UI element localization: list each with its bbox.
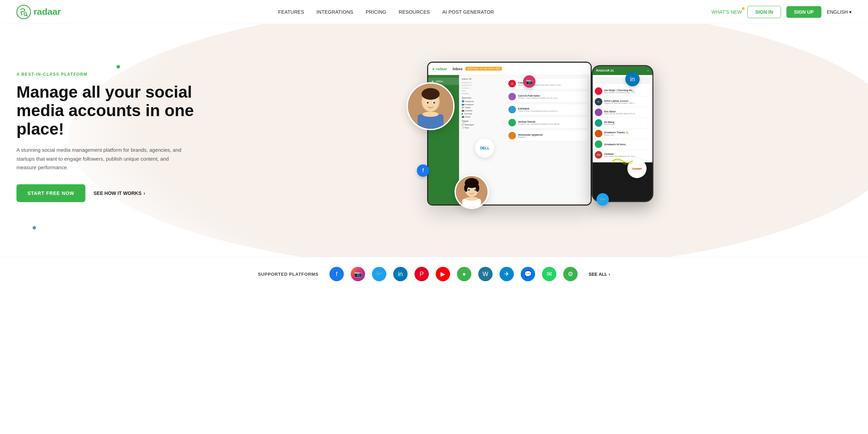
platform-whatsapp[interactable]: ✉ <box>542 267 556 281</box>
phone-chat-3: Kim Sauer TEST 20-35 SHARE MENTION R... <box>595 107 650 118</box>
svg-point-12 <box>433 102 435 104</box>
person-image-2 <box>455 175 489 209</box>
hero-content: A BEST-IN-CLASS PLATFORM Manage all your… <box>16 72 208 202</box>
phone-header: RADAAR 21 ≡ <box>593 66 652 75</box>
whats-new-link[interactable]: WHAT'S NEW <box>711 9 742 15</box>
svg-point-8 <box>422 88 440 100</box>
platforms-label: SUPPORTED PLATFORMS <box>258 272 318 277</box>
nav-right: WHAT'S NEW SIGN IN SIGN UP ENGLISH ▾ <box>711 6 852 18</box>
logo-text: radaar <box>34 7 61 17</box>
phone-chat-5: @radaario Thanks 🙏 Have a nic... <box>595 128 650 139</box>
language-selector[interactable]: ENGLISH ▾ <box>827 9 852 15</box>
start-free-button[interactable]: START FREE NOW <box>16 184 85 202</box>
platform-twitter[interactable]: 🐦 <box>372 267 386 281</box>
platform-settings[interactable]: ⚙ <box>563 267 578 281</box>
platform-instagram[interactable]: 📷 <box>351 267 365 281</box>
chevron-right-icon: › <box>608 272 610 277</box>
hero-cta: START FREE NOW SEE HOW IT WORKS › <box>16 184 208 202</box>
hero-badge: A BEST-IN-CLASS PLATFORM <box>16 72 208 77</box>
signup-button[interactable]: SIGN UP <box>786 6 821 18</box>
platform-messenger[interactable]: 💬 <box>521 267 535 281</box>
decorative-dot-2 <box>33 226 36 230</box>
phone-chat-4: Ali Wang Hey Radaar, <box>595 118 650 128</box>
svg-point-16 <box>466 197 478 201</box>
hero-mockup: ● radaar Inbox WAITING TO BE REPLIED Uti… <box>208 51 852 223</box>
instagram-float-icon: 📷 <box>523 75 535 88</box>
platform-linkedin[interactable]: in <box>393 267 408 281</box>
tablet-inbox-label: Inbox <box>453 67 462 71</box>
wave-decoration <box>612 158 633 164</box>
svg-point-19 <box>475 184 479 192</box>
nav-ai-post[interactable]: AI POST GENERATOR <box>442 9 494 15</box>
inbox-row-aleksandar: Aleksandar Ignjatovic Regards <box>506 130 588 141</box>
inbox-row-carol: Carol El-Fadl Salon Hi guys, I just crea… <box>506 91 588 102</box>
signin-button[interactable]: SIGN IN <box>747 6 781 18</box>
tablet-mockup: ● radaar Inbox WAITING TO BE REPLIED Uti… <box>427 62 592 206</box>
tablet-badge: WAITING TO BE REPLIED <box>466 67 502 71</box>
inbox-row-expands: EXPANDS Today is fine, if something come… <box>506 104 588 115</box>
see-how-link[interactable]: SEE HOW IT WORKS › <box>94 190 145 196</box>
see-all-link[interactable]: SEE ALL › <box>589 272 610 277</box>
phone-search[interactable] <box>595 77 650 84</box>
phone-chat-2: AL Artist Laptop ●●●●●● Thanks for the i… <box>595 97 650 107</box>
platform-social6[interactable]: ● <box>457 267 471 281</box>
svg-point-11 <box>427 102 429 104</box>
platform-facebook[interactable]: f <box>329 267 344 281</box>
nav-features[interactable]: FEATURES <box>278 9 304 15</box>
hero-description: A stunning social media management platf… <box>16 146 188 172</box>
logo[interactable]: radaar <box>16 5 61 19</box>
svg-line-2 <box>26 15 27 16</box>
platform-pinterest[interactable]: P <box>414 267 429 281</box>
phone-chat-1: Jan Neijer / Churning Mo... Hey, thanks … <box>595 86 650 97</box>
svg-point-18 <box>464 184 468 192</box>
dell-logo: DELL <box>475 138 494 158</box>
decorative-dot-1 <box>117 65 120 69</box>
platform-youtube[interactable]: ▶ <box>436 267 450 281</box>
nav-links: FEATURES INTEGRATIONS PRICING RESOURCES … <box>278 9 494 15</box>
svg-point-23 <box>474 189 476 191</box>
chevron-right-icon: › <box>144 190 145 196</box>
svg-point-7 <box>422 112 438 117</box>
platform-telegram[interactable]: ✈ <box>499 267 514 281</box>
tablet-logo: ● radaar <box>432 67 447 71</box>
inbox-row-akshay: Akshay Sharda Hi guys, I am something re… <box>506 117 588 128</box>
platforms-section: SUPPORTED PLATFORMS f 📷 🐦 in P ▶ ● W ✈ 💬… <box>0 257 868 291</box>
phone-chat-6: @radaario Hi there, <box>595 139 650 150</box>
person-image-1 <box>407 82 455 130</box>
nav-resources[interactable]: RESOURCES <box>399 9 430 15</box>
phone-mockup: RADAAR 21 ≡ Jan Neijer / Churning Mo... … <box>592 65 653 202</box>
inbox-list: C Coca-Cola Hey! This social channel has… <box>506 78 588 141</box>
platform-wordpress[interactable]: W <box>478 267 493 281</box>
svg-point-22 <box>468 189 470 191</box>
phone-title: RADAAR 21 <box>596 69 614 72</box>
tablet-header: ● radaar Inbox WAITING TO BE REPLIED <box>428 63 591 75</box>
tablet-body: Utilities Settings Tasks $ Billing <box>428 75 591 204</box>
facebook-float-icon: f <box>417 164 429 177</box>
nav-integrations[interactable]: INTEGRATIONS <box>316 9 353 15</box>
linkedin-float-icon: in <box>625 72 640 86</box>
navbar: radaar FEATURES INTEGRATIONS PRICING RES… <box>0 0 868 24</box>
twitter-float-icon: 🐦 <box>596 193 609 206</box>
mockup-container: ● radaar Inbox WAITING TO BE REPLIED Uti… <box>407 55 653 219</box>
hero-section: A BEST-IN-CLASS PLATFORM Manage all your… <box>0 24 868 257</box>
hero-title: Manage all your social media accounts in… <box>16 83 208 138</box>
inbox-row-cocacola: C Coca-Cola Hey! This social channel has… <box>506 78 588 89</box>
nav-pricing[interactable]: PRICING <box>366 9 386 15</box>
